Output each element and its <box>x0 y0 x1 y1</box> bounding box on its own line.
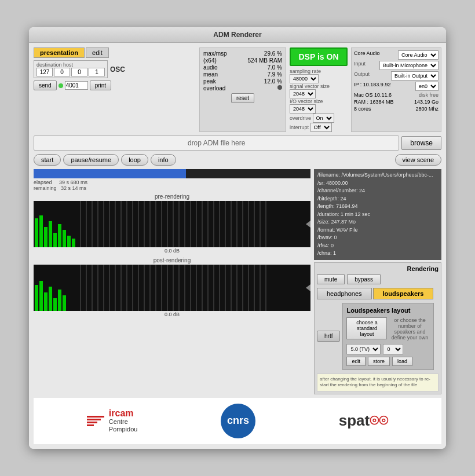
signal-row: signal vector size 2048 <box>290 83 348 98</box>
port-input[interactable] <box>65 81 88 90</box>
progress-bar-fill <box>34 169 186 178</box>
cnrs-text: cnrs <box>227 415 249 427</box>
rendering-panel: Rendering mute bypass headphones loudspe… <box>314 262 441 394</box>
svg-rect-38 <box>242 201 243 247</box>
os-val: Mac OS 10.11.6 <box>354 92 392 98</box>
hrtf-button[interactable]: hrtf <box>317 331 340 342</box>
dest-inner <box>36 68 105 76</box>
overdrive-select[interactable]: On Off <box>313 113 334 123</box>
spat-text: spat <box>339 412 370 430</box>
svg-rect-61 <box>138 265 139 311</box>
audio-val: 7.0 % <box>267 64 282 71</box>
svg-rect-42 <box>265 201 266 247</box>
loudspeaker-box: Loudspeakers layout choose a standard la… <box>342 303 434 370</box>
loop-button[interactable]: loop <box>121 154 148 166</box>
sampling-rate-info: sampling rate 48000 44100 signal vector … <box>290 68 348 132</box>
svg-rect-10 <box>80 201 81 247</box>
elapsed-label: elapsed <box>34 180 52 185</box>
io-select[interactable]: 2048 <box>290 104 316 113</box>
num-select[interactable]: 0 1 <box>383 344 403 354</box>
interrupt-select[interactable]: Off On <box>310 123 332 132</box>
svg-rect-62 <box>144 265 145 311</box>
host4-input[interactable] <box>89 68 105 76</box>
tab-presentation[interactable]: presentation <box>34 47 85 58</box>
store-button[interactable]: store <box>368 357 390 366</box>
bypass-button[interactable]: bypass <box>347 274 381 284</box>
print-button[interactable]: print <box>90 80 111 90</box>
file-info-box: /filename: /Volumes/System/Users/orpheus… <box>314 169 441 260</box>
sr-row: sampling rate 48000 44100 <box>290 68 348 83</box>
svg-rect-59 <box>126 265 127 311</box>
lsp-desc: choose a standard layout or choose the n… <box>346 317 430 340</box>
line3 <box>87 422 97 423</box>
progress-bar <box>34 169 310 178</box>
host2-input[interactable] <box>54 68 70 76</box>
host1-input[interactable] <box>36 68 53 76</box>
io-label: I/O vector size <box>290 98 323 104</box>
info-button[interactable]: info <box>151 154 176 166</box>
mute-bypass-row: mute bypass <box>317 274 439 284</box>
svg-rect-15 <box>109 201 110 247</box>
input-select[interactable]: Built-in Microphone <box>379 61 439 70</box>
svg-rect-80 <box>248 265 249 311</box>
edit-button[interactable]: edit <box>346 357 366 366</box>
choose-standard-button[interactable]: choose a standard layout <box>346 317 387 339</box>
svg-rect-16 <box>115 201 116 247</box>
mute-button[interactable]: mute <box>317 274 345 284</box>
cnrs-logo: cnrs <box>221 404 255 438</box>
host3-input[interactable] <box>71 68 87 76</box>
stats-peak-row: peak 12.0 % <box>203 78 282 85</box>
title-bar: ADM Renderer <box>29 27 446 43</box>
pause-resume-button[interactable]: pause/resume <box>63 154 119 166</box>
size-info: /size: 247.87 Mo <box>317 218 438 226</box>
post-rendering-label: post-rendering <box>34 257 310 263</box>
en-select[interactable]: en0 <box>415 82 439 91</box>
loudspeakers-button[interactable]: loudspeakers <box>373 288 434 299</box>
svg-rect-53 <box>92 265 93 311</box>
remaining-info: remaining 32 s 14 ms <box>34 185 310 191</box>
dest-group: destination host <box>34 60 108 78</box>
stats-panel: max/msp 29.6 % (x64) 524 MB RAM audio 7.… <box>199 47 286 132</box>
svg-rect-31 <box>202 201 203 247</box>
signal-select[interactable]: 2048 <box>290 89 316 98</box>
maxmsp-label: max/msp <box>203 50 227 57</box>
sr-select[interactable]: 48000 44100 <box>290 74 319 83</box>
headphones-button[interactable]: headphones <box>317 288 372 299</box>
load-button[interactable]: load <box>392 357 412 366</box>
svg-rect-24 <box>161 201 162 247</box>
layout-select[interactable]: 5.0 (TV) 2.0 7.1 <box>346 344 381 354</box>
svg-rect-29 <box>190 201 191 247</box>
svg-rect-75 <box>219 265 220 311</box>
audio-device-row: Core Audio Core Audio <box>354 50 439 60</box>
dsp-button[interactable]: DSP is ON <box>290 47 348 66</box>
top-row: presentation edit destination host OSC <box>34 47 441 132</box>
stats-x64-row: (x64) 524 MB RAM <box>203 57 282 64</box>
send-button[interactable]: send <box>34 80 57 90</box>
audio-device-select[interactable]: Core Audio <box>398 50 439 60</box>
tab-edit[interactable]: edit <box>86 47 109 58</box>
reset-button[interactable]: reset <box>231 93 254 103</box>
ircam-name: ircam <box>109 408 138 419</box>
svg-rect-19 <box>132 201 133 247</box>
svg-rect-17 <box>120 201 122 247</box>
svg-rect-57 <box>115 265 116 311</box>
start-button[interactable]: start <box>34 154 61 166</box>
svg-rect-48 <box>53 298 57 311</box>
output-select[interactable]: Built-in Output <box>391 71 439 80</box>
browse-button[interactable]: browse <box>401 136 441 150</box>
layout-select-row: 5.0 (TV) 2.0 7.1 0 1 <box>346 344 430 354</box>
view-scene-button[interactable]: view scene <box>395 154 441 166</box>
svg-rect-9 <box>72 239 75 247</box>
svg-rect-34 <box>219 201 220 247</box>
svg-rect-82 <box>260 265 261 311</box>
peak-label: peak <box>203 78 216 85</box>
sysinfo-panel: Core Audio Core Audio Input Built-in Mic… <box>351 47 441 132</box>
svg-rect-23 <box>155 201 156 247</box>
osc-label: OSC <box>110 65 125 74</box>
elapsed-val: 39 s 680 ms <box>59 180 87 185</box>
drop-area[interactable]: drop ADM file here <box>34 136 399 151</box>
stats-mean-row: mean 7.9 % <box>203 71 282 78</box>
svg-rect-72 <box>202 265 203 311</box>
svg-rect-60 <box>132 265 133 311</box>
progress-section: elapsed 39 s 680 ms remaining 32 s 14 ms <box>34 169 310 191</box>
